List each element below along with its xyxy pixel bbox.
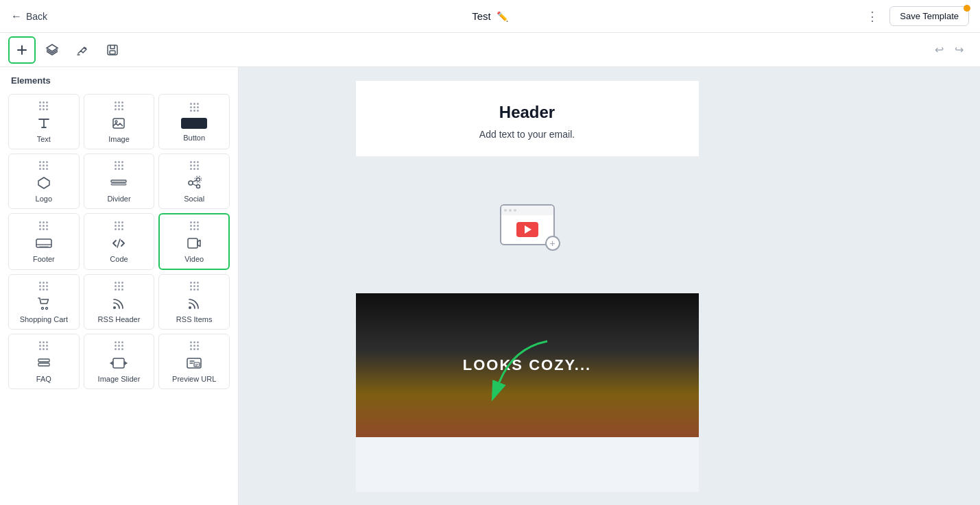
elements-label: Elements <box>0 67 238 91</box>
email-header-section: Header Add text to your email. <box>356 81 699 156</box>
drag-handle <box>39 221 48 230</box>
svg-point-22 <box>45 308 47 310</box>
drag-handle <box>190 103 199 112</box>
divider-element-label: Divider <box>107 195 130 203</box>
element-social[interactable]: Social <box>158 153 230 209</box>
element-image[interactable]: Image <box>84 94 155 149</box>
browser-dot-2 <box>509 209 512 212</box>
video-element-icon <box>187 236 202 251</box>
svg-rect-4 <box>110 51 115 54</box>
svg-point-15 <box>195 176 202 183</box>
save-button[interactable] <box>99 36 126 64</box>
social-element-label: Social <box>184 195 204 203</box>
svg-rect-5 <box>113 119 124 128</box>
svg-rect-7 <box>181 118 207 129</box>
text-element-icon <box>36 116 51 131</box>
svg-rect-26 <box>38 363 49 366</box>
element-image-slider[interactable]: Image Slider <box>84 334 155 389</box>
svg-rect-9 <box>111 184 126 185</box>
video-thumbnail-section[interactable]: LOOKS COZY... <box>356 293 699 437</box>
shopping-cart-element-icon <box>36 296 51 311</box>
svg-point-6 <box>115 121 117 123</box>
save-template-button[interactable]: Save Template <box>889 6 969 26</box>
svg-point-10 <box>189 181 193 185</box>
browser-dot-1 <box>504 209 507 212</box>
drag-handle <box>190 161 199 170</box>
topbar: ← Back Test ✏️ ⋮ Save Template <box>0 0 980 33</box>
element-footer[interactable]: Footer <box>8 213 80 270</box>
edit-icon[interactable]: ✏️ <box>497 11 508 22</box>
code-element-icon <box>111 236 126 251</box>
back-button[interactable]: ← Back <box>11 10 47 23</box>
rss-header-element-icon <box>111 296 126 311</box>
video-placeholder[interactable]: + <box>356 156 699 293</box>
element-button[interactable]: Button <box>158 94 230 149</box>
element-preview-url[interactable]: Preview URL <box>158 334 230 389</box>
undo-button[interactable]: ↩ <box>932 40 946 59</box>
drag-handle <box>39 161 48 170</box>
image-element-icon <box>111 116 126 131</box>
drag-handle <box>190 221 199 230</box>
toolbar2: ↩ ↪ <box>0 33 980 67</box>
image-slider-element-label: Image Slider <box>98 375 141 383</box>
add-element-button[interactable] <box>8 36 36 64</box>
element-rss-header[interactable]: RSS Header <box>84 274 155 330</box>
element-text[interactable]: Text <box>8 94 80 149</box>
drag-handle <box>115 282 123 291</box>
plus-icon <box>16 44 28 56</box>
rss-header-element-label: RSS Header <box>98 315 141 323</box>
svg-point-23 <box>113 306 116 309</box>
preview-url-element-label: Preview URL <box>172 375 216 383</box>
layers-button[interactable] <box>38 36 66 64</box>
rss-items-element-icon <box>187 296 202 311</box>
video-placeholder-inner: + <box>500 204 555 245</box>
drag-handle <box>190 282 199 291</box>
rss-items-element-label: RSS Items <box>176 315 213 323</box>
svg-point-24 <box>189 306 191 309</box>
preview-url-element-icon <box>185 356 203 371</box>
element-shopping-cart[interactable]: Shopping Cart <box>8 274 80 330</box>
element-code[interactable]: Code <box>84 213 155 270</box>
element-video[interactable]: Video <box>158 213 230 270</box>
svg-point-12 <box>197 185 200 188</box>
back-label: Back <box>26 11 47 22</box>
toolbar2-left <box>8 36 247 64</box>
more-options-button[interactable]: ⋮ <box>863 6 881 27</box>
video-element-label: Video <box>184 255 204 263</box>
style-button[interactable] <box>69 36 96 64</box>
video-thumbnail-text: LOOKS COZY... <box>463 355 591 376</box>
element-faq[interactable]: FAQ <box>8 334 80 389</box>
browser-icon-wrap: + <box>500 204 555 245</box>
element-rss-items[interactable]: RSS Items <box>158 274 230 330</box>
svg-rect-27 <box>113 358 124 368</box>
email-header-title: Header <box>383 103 671 122</box>
main-layout: Elements Text <box>0 67 980 505</box>
drag-handle <box>115 101 123 110</box>
drag-handle <box>39 101 48 110</box>
canvas-area: Header Add text to your email. <box>239 67 815 505</box>
topbar-left: ← Back <box>11 10 47 23</box>
layers-icon <box>45 43 59 57</box>
right-panel <box>815 67 980 505</box>
button-element-label: Button <box>183 134 205 142</box>
svg-line-14 <box>193 184 197 186</box>
youtube-play-icon <box>516 222 538 237</box>
page-title: Test <box>472 10 491 22</box>
save-icon <box>106 43 119 57</box>
drag-handle <box>115 161 123 170</box>
sidebar: Elements Text <box>0 67 239 505</box>
drag-handle <box>39 282 48 291</box>
svg-line-19 <box>117 239 120 247</box>
browser-dot-3 <box>514 209 516 212</box>
plus-circle-icon: + <box>545 236 560 251</box>
button-element-icon <box>180 117 208 130</box>
topbar-right: ⋮ Save Template <box>863 6 969 27</box>
email-canvas: Header Add text to your email. <box>356 81 699 492</box>
style-icon <box>75 43 89 57</box>
shopping-cart-element-label: Shopping Cart <box>20 315 68 323</box>
element-divider[interactable]: Divider <box>84 153 155 209</box>
element-logo[interactable]: Logo <box>8 153 80 209</box>
redo-button[interactable]: ↪ <box>952 40 966 59</box>
save-template-label: Save Template <box>900 11 959 21</box>
browser-bar <box>501 206 553 215</box>
